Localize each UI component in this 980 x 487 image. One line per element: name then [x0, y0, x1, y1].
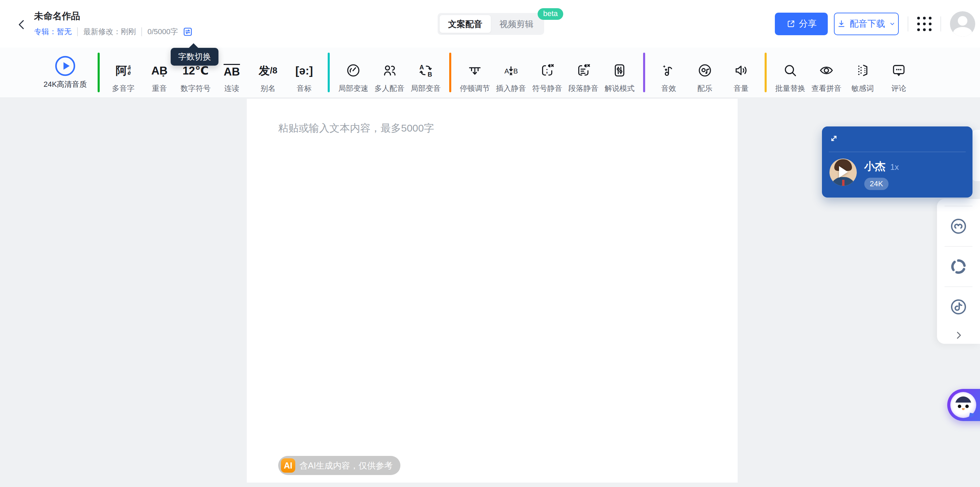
toolbar-item-polyphonic[interactable]: 阿āē多音字: [105, 51, 141, 94]
divider: [945, 206, 972, 206]
top-header: 未命名作品 专辑：暂无 最新修改：刚刚 0/5000字 文案配音 视频剪辑 be…: [0, 0, 980, 48]
ai-notice-text: 含AI生成内容，仅供参考: [299, 460, 393, 471]
toolbar-group-divider: [643, 53, 645, 92]
voice-card: 小杰 1x 24K: [822, 126, 972, 198]
toolbar-group-divider: [765, 53, 767, 92]
multi-voice-icon: [382, 58, 397, 83]
stress-icon: AḄ: [151, 58, 168, 83]
toolbar-item-view-pinyin[interactable]: 查看拼音: [808, 51, 845, 94]
speed-icon: [345, 58, 361, 83]
text-editor[interactable]: 粘贴或输入文本内容，最多5000字 AI 含AI生成内容，仅供参考: [247, 99, 738, 482]
editor-placeholder: 粘贴或输入文本内容，最多5000字: [278, 121, 434, 135]
voice-avatar-play-button[interactable]: [829, 158, 857, 186]
sound-effect-icon: [661, 58, 676, 83]
mascot-bubble: [950, 392, 976, 418]
quark-icon[interactable]: [949, 257, 968, 276]
view-pinyin-icon: [819, 58, 834, 83]
word-count-label: 0/5000字: [148, 27, 178, 37]
svg-text:B: B: [428, 71, 432, 78]
toolbar-item-label: 重音: [152, 83, 167, 94]
paragraph-silence-icon: [576, 58, 591, 83]
toolbar-item-liaison[interactable]: AB连读: [214, 51, 250, 94]
toolbar-item-comment[interactable]: 评论: [881, 51, 917, 94]
toolbar-item-label: 查看拼音: [811, 83, 842, 94]
user-avatar[interactable]: [950, 11, 975, 37]
toolbar-item-label: 局部变速: [338, 83, 368, 94]
mascot-face-icon: [955, 396, 972, 414]
toolbar-item-batch-replace[interactable]: 批量替换: [772, 51, 808, 94]
word-count-toggle-icon[interactable]: [182, 26, 194, 38]
ai-content-notice: AI 含AI生成内容，仅供参考: [278, 456, 400, 475]
assistant-mascot-button[interactable]: [947, 389, 980, 421]
toolbar-item-label: 配乐: [697, 83, 713, 94]
social-side-panel: [937, 199, 980, 344]
toolbar-item-volume[interactable]: 音量: [723, 51, 759, 94]
quality-play-button[interactable]: 24K高清音质: [38, 55, 92, 89]
symbol-silence-icon: ;: [539, 58, 555, 83]
last-modified-label: 最新修改：刚刚: [83, 27, 136, 37]
svg-text:B: B: [513, 67, 518, 75]
tab-text-dubbing[interactable]: 文案配音: [440, 15, 491, 33]
back-button[interactable]: [15, 18, 29, 32]
toolbar-item-label: 音标: [297, 83, 312, 94]
toolbar-item-label: 多音字: [112, 83, 135, 94]
svg-text:A: A: [420, 64, 424, 71]
volume-icon: [733, 58, 749, 83]
expand-icon[interactable]: [829, 133, 839, 144]
batch-replace-icon: [782, 58, 798, 83]
toolbar-item-insert-silence[interactable]: AB插入静音: [493, 51, 529, 94]
toolbar-item-alias[interactable]: 发/8别名: [250, 51, 286, 94]
editing-toolbar: 24K高清音质 阿āē多音字AḄ重音12℃数字符号AB连读发/8别名[ə:]音…: [0, 48, 980, 98]
narration-mode-icon: [612, 58, 627, 83]
toolbar-item-label: 连读: [224, 83, 239, 94]
download-icon: [837, 19, 846, 29]
toolbar-item-sensitive-word[interactable]: 敏感词: [845, 51, 881, 94]
chevron-down-icon: [889, 20, 896, 28]
album-link[interactable]: 专辑：暂无: [34, 27, 72, 37]
toolbar-item-label: 解说模式: [605, 83, 635, 94]
toolbar-item-phonetic[interactable]: [ə:]音标: [286, 51, 322, 94]
collapse-panel-button[interactable]: [953, 330, 964, 340]
voice-quality-badge: 24K: [864, 178, 889, 190]
toolbar-item-label: 局部变音: [410, 83, 441, 94]
page-title: 未命名作品: [34, 10, 194, 22]
header-actions: 分享 配音下载: [775, 0, 980, 48]
share-icon: [786, 19, 795, 29]
toolbar-item-label: 音效: [661, 83, 676, 94]
ai-badge: AI: [281, 458, 295, 473]
tab-video-editing[interactable]: 视频剪辑: [491, 15, 542, 33]
voice-speed: 1x: [890, 162, 899, 172]
toolbar-item-narration-mode[interactable]: 解说模式: [601, 51, 638, 94]
toolbar-item-pause-adjust[interactable]: 停顿调节: [457, 51, 493, 94]
phonetic-icon: [ə:]: [295, 58, 313, 83]
divider: [141, 27, 142, 36]
polyphonic-icon: 阿āē: [116, 58, 131, 83]
apps-grid-button[interactable]: [917, 17, 932, 31]
play-icon: [839, 166, 848, 178]
voice-name: 小杰: [864, 159, 885, 174]
alias-icon: 发/8: [259, 58, 277, 83]
pitch-change-icon: AB: [418, 58, 434, 83]
divider: [908, 16, 908, 32]
divider: [945, 246, 972, 247]
toolbar-item-symbol-silence[interactable]: ;符号静音: [529, 51, 565, 94]
download-label: 配音下载: [850, 18, 885, 30]
download-voiceover-button[interactable]: 配音下载: [834, 13, 899, 35]
douyin-icon[interactable]: [949, 297, 968, 316]
wechat-channels-icon[interactable]: [949, 217, 968, 236]
toolbar-item-label: 数字符号: [181, 83, 211, 94]
pause-adjust-icon: [467, 58, 483, 83]
toolbar-item-paragraph-silence[interactable]: 段落静音: [565, 51, 601, 94]
toolbar-item-label: 评论: [891, 83, 906, 94]
toolbar-item-speed[interactable]: 局部变速: [335, 51, 371, 94]
share-button[interactable]: 分享: [775, 13, 828, 35]
chevron-right-icon: [953, 330, 964, 340]
toolbar-item-label: 批量替换: [775, 83, 805, 94]
toolbar-item-pitch-change[interactable]: AB局部变音: [407, 51, 444, 94]
toolbar-item-music[interactable]: 配乐: [687, 51, 723, 94]
liaison-icon: AB: [224, 58, 240, 83]
toolbar-item-multi-voice[interactable]: 多人配音: [371, 51, 407, 94]
voice-row: 小杰 1x 24K: [829, 158, 899, 190]
toolbar-item-sound-effect[interactable]: 音效: [651, 51, 687, 94]
toolbar-item-label: 插入静音: [496, 83, 526, 94]
